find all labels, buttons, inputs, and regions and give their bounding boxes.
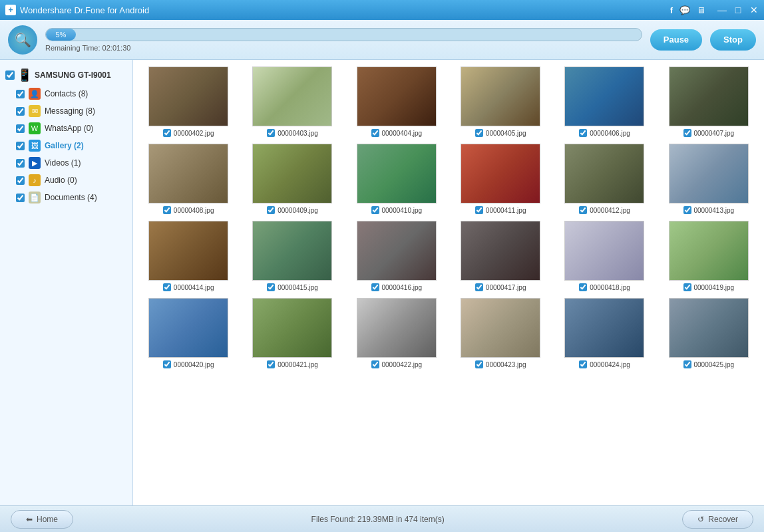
recover-label: Recover [708,515,738,524]
home-button[interactable]: ⬅ Home [11,510,73,529]
close-button[interactable]: ✕ [749,5,759,15]
thumbnail-filename: 00000422.jpg [382,361,423,368]
messaging-checkbox[interactable] [16,107,25,116]
gallery-item[interactable]: 00000418.jpg [556,221,653,291]
thumbnail-checkbox[interactable] [683,283,691,291]
thumbnail-checkbox[interactable] [371,360,379,368]
gallery-item[interactable]: 00000412.jpg [556,144,653,214]
recover-button[interactable]: ↺ Recover [682,510,753,529]
gallery-item[interactable]: 00000409.jpg [244,144,341,214]
gallery-item[interactable]: 00000404.jpg [348,66,445,137]
sidebar-item-audio[interactable]: ♪ Audio (0) [0,172,132,189]
thumbnail-label: 00000421.jpg [267,360,318,368]
thumbnail-checkbox[interactable] [579,129,587,137]
thumbnail-checkbox[interactable] [267,206,275,214]
thumbnail-image [148,66,228,126]
gallery-item[interactable]: 00000417.jpg [452,221,549,291]
gallery-item[interactable]: 00000414.jpg [140,221,237,291]
thumbnail-image [461,221,540,281]
thumbnail-filename: 00000423.jpg [486,361,526,368]
thumbnail-checkbox[interactable] [163,206,171,214]
thumbnail-checkbox[interactable] [267,129,275,137]
minimize-button[interactable]: — [717,5,727,15]
thumbnail-checkbox[interactable] [371,206,379,214]
thumbnail-checkbox[interactable] [475,129,483,137]
videos-label: Videos (1) [45,158,81,168]
videos-checkbox[interactable] [16,159,25,168]
gallery-item[interactable]: 00000421.jpg [244,298,341,368]
gallery-item[interactable]: 00000419.jpg [660,221,757,291]
gallery-item[interactable]: 00000415.jpg [244,221,341,291]
sidebar-item-videos[interactable]: ▶ Videos (1) [0,154,132,172]
screen-icon[interactable]: 🖥 [697,5,705,15]
thumbnail-checkbox[interactable] [683,129,691,137]
audio-icon: ♪ [29,174,41,186]
stop-button[interactable]: Stop [710,29,756,51]
gallery-item[interactable]: 00000410.jpg [348,144,445,214]
thumbnail-checkbox[interactable] [475,283,483,291]
sidebar-item-documents[interactable]: 📄 Documents (4) [0,189,132,206]
thumbnail-filename: 00000407.jpg [694,130,735,137]
progress-bar-outer: 5% [45,28,642,41]
gallery-item[interactable]: 00000420.jpg [140,298,237,368]
gallery-item[interactable]: 00000408.jpg [140,144,237,214]
facebook-icon[interactable]: f [670,5,673,15]
thumbnail-checkbox[interactable] [163,360,171,368]
thumbnail-checkbox[interactable] [579,283,587,291]
thumbnail-checkbox[interactable] [683,360,691,368]
pause-button[interactable]: Pause [650,29,702,51]
thumbnail-image [148,144,228,203]
audio-checkbox[interactable] [16,176,25,185]
thumbnail-filename: 00000412.jpg [590,207,630,214]
thumbnail-image [148,298,228,358]
thumbnail-image [564,298,644,358]
thumbnail-checkbox[interactable] [163,129,171,137]
thumbnail-checkbox[interactable] [579,206,587,214]
thumbnail-checkbox[interactable] [579,360,587,368]
thumbnail-label: 00000403.jpg [267,129,318,137]
whatsapp-checkbox[interactable] [16,124,25,133]
gallery-item[interactable]: 00000423.jpg [452,298,549,368]
gallery-item[interactable]: 00000407.jpg [660,66,757,137]
chat-icon[interactable]: 💬 [679,5,690,15]
thumbnail-label: 00000415.jpg [267,283,318,291]
thumbnail-checkbox[interactable] [267,360,275,368]
gallery-item[interactable]: 00000405.jpg [452,66,549,137]
gallery-item[interactable]: 00000424.jpg [556,298,653,368]
thumbnail-checkbox[interactable] [475,206,483,214]
thumbnail-checkbox[interactable] [163,283,171,291]
gallery-item[interactable]: 00000416.jpg [348,221,445,291]
thumbnail-checkbox[interactable] [683,206,691,214]
messaging-label: Messaging (8) [45,106,95,116]
gallery-item[interactable]: 00000406.jpg [556,66,653,137]
gallery-item[interactable]: 00000425.jpg [660,298,757,368]
gallery-item[interactable]: 00000413.jpg [660,144,757,214]
thumbnail-label: 00000419.jpg [683,283,735,291]
thumbnail-filename: 00000415.jpg [278,284,318,291]
gallery-item[interactable]: 00000411.jpg [452,144,549,214]
sidebar-item-whatsapp[interactable]: W WhatsApp (0) [0,120,132,137]
thumbnail-label: 00000423.jpg [475,360,526,368]
gallery-checkbox[interactable] [16,142,25,150]
thumbnail-filename: 00000420.jpg [174,361,214,368]
sidebar-item-messaging[interactable]: ✉ Messaging (8) [0,102,132,120]
gallery-item[interactable]: 00000422.jpg [348,298,445,368]
progress-area: 🔍 5% Remaining Time: 02:01:30 Pause Stop [0,20,764,60]
thumbnail-checkbox[interactable] [475,360,483,368]
contacts-checkbox[interactable] [16,90,25,98]
gallery-item[interactable]: 00000403.jpg [244,66,341,137]
thumbnail-image [357,144,437,203]
maximize-button[interactable]: □ [733,5,743,15]
documents-checkbox[interactable] [16,194,25,202]
thumbnail-checkbox[interactable] [267,283,275,291]
thumbnail-checkbox[interactable] [371,129,379,137]
sidebar-item-gallery[interactable]: 🖼 Gallery (2) [0,137,132,154]
thumbnail-image [357,66,437,126]
device-checkbox[interactable] [5,70,15,80]
sidebar-item-contacts[interactable]: 👤 Contacts (8) [0,85,132,102]
gallery-item[interactable]: 00000402.jpg [140,66,237,137]
audio-label: Audio (0) [45,176,77,185]
thumbnail-filename: 00000406.jpg [590,130,630,137]
thumbnail-checkbox[interactable] [371,283,379,291]
main-content: 📱 SAMSUNG GT-I9001 👤 Contacts (8) ✉ Mess… [0,60,764,505]
